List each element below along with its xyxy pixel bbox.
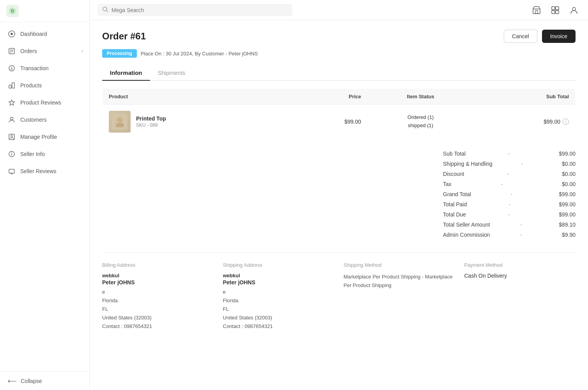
product-cell: Printed Top SKU - 089 — [103, 105, 289, 139]
sidebar-item-orders[interactable]: Orders › — [0, 43, 89, 60]
dashboard-icon — [8, 30, 16, 38]
status-cell: Ordered (1) shipped (1) — [367, 105, 474, 139]
shipping-line1: e — [223, 288, 335, 296]
topbar — [90, 0, 588, 20]
sidebar-item-label: Dashboard — [20, 31, 47, 37]
sidebar-item-label: Product Reviews — [20, 99, 61, 106]
sidebar-item-seller-info[interactable]: Seller Info — [0, 145, 89, 163]
customers-icon — [8, 116, 16, 124]
order-title: Order #61 — [102, 31, 146, 42]
totals-row-admin-commission: Admin Commission - $9.90 — [443, 230, 576, 240]
totals-row-grand: Grand Total - $99.00 — [443, 189, 576, 199]
tab-shipments[interactable]: Shipments — [150, 66, 193, 81]
shipping-line4: United States (32003) — [223, 314, 335, 322]
sidebar-item-dashboard[interactable]: Dashboard — [0, 25, 89, 43]
search-bar[interactable] — [97, 4, 292, 16]
store-icon[interactable] — [530, 4, 543, 16]
totals-row-shipping: Shipping & Handling - $0.00 — [443, 159, 576, 169]
svg-rect-19 — [9, 169, 14, 173]
content-area: Order #61 Cancel Invoice Processing Plac… — [90, 20, 588, 390]
status-line1: Ordered (1) — [374, 113, 468, 122]
collapse-button[interactable]: ⟵ Collapse — [0, 371, 89, 390]
seller-info-icon — [8, 150, 16, 158]
sidebar-item-manage-profile[interactable]: Manage Profile — [0, 128, 89, 145]
collapse-icon: ⟵ — [8, 377, 17, 385]
product-sku: SKU - 089 — [136, 122, 166, 128]
shipping-line3: FL — [223, 305, 335, 314]
svg-rect-23 — [535, 11, 538, 14]
shipping-method-text: Marketplace Per Product Shipping - Marke… — [344, 273, 455, 290]
totals-row-subtotal: Sub Total - $99.00 — [443, 149, 576, 159]
payment-method: Payment Method Cash On Delivery — [464, 262, 576, 331]
user-icon[interactable] — [568, 4, 580, 16]
sidebar-item-seller-reviews[interactable]: Seller Reviews — [0, 163, 89, 180]
marketplace-icon[interactable] — [549, 4, 561, 16]
subtotal-cell: $99.00 i — [474, 105, 575, 139]
billing-person: Peter jOHNS — [102, 279, 214, 285]
chevron-right-icon: › — [81, 48, 83, 54]
sidebar-item-customers[interactable]: Customers — [0, 111, 89, 128]
collapse-label: Collapse — [21, 378, 42, 384]
products-icon — [8, 82, 16, 89]
main-area: Order #61 Cancel Invoice Processing Plac… — [90, 0, 588, 390]
order-meta: Place On : 30 Jul 2024, By Customer - Pe… — [141, 51, 258, 57]
sidebar-item-transaction[interactable]: $ Transaction — [0, 60, 89, 77]
table-row: Printed Top SKU - 089 $99.00 Ordered (1)… — [103, 105, 576, 139]
svg-rect-24 — [552, 7, 555, 10]
status-bar: Processing Place On : 30 Jul 2024, By Cu… — [102, 49, 576, 58]
totals-row-paid: Total Paid - $99.00 — [443, 199, 576, 209]
svg-point-28 — [572, 7, 576, 11]
logo-icon: B — [6, 5, 19, 17]
totals-row-tax: Tax - $0.00 — [443, 179, 576, 189]
svg-point-15 — [11, 135, 13, 137]
col-item-status: Item Status — [367, 89, 474, 105]
col-product: Product — [103, 89, 289, 105]
sidebar-item-products[interactable]: Products — [0, 77, 89, 94]
svg-rect-11 — [12, 83, 14, 88]
transaction-icon: $ — [8, 64, 16, 72]
svg-point-13 — [11, 117, 13, 120]
logo-area: B — [0, 0, 89, 22]
product-name: Printed Top — [136, 115, 166, 122]
totals-row-seller-amount: Total Seller Amount - $89.10 — [443, 220, 576, 230]
shipping-line2: Florida — [223, 296, 335, 305]
address-section: Billing Address webkul Peter jOHNS e Flo… — [102, 252, 576, 331]
totals-section: Sub Total - $99.00 Shipping & Handling -… — [102, 149, 576, 240]
tab-information[interactable]: Information — [102, 66, 150, 81]
billing-line2: Florida — [102, 296, 214, 305]
invoice-button[interactable]: Invoice — [542, 30, 576, 43]
billing-line4: United States (32003) — [102, 314, 214, 322]
seller-reviews-icon — [8, 167, 16, 175]
info-icon[interactable]: i — [563, 119, 569, 125]
sidebar-item-label: Orders — [20, 48, 37, 54]
shipping-address: Shipping Address webkul Peter jOHNS e Fl… — [223, 262, 335, 331]
sidebar-item-label: Manage Profile — [20, 134, 57, 140]
status-badge: Processing — [102, 49, 137, 58]
shipping-company: webkul — [223, 273, 335, 278]
product-info: Printed Top SKU - 089 — [109, 111, 283, 133]
svg-text:B: B — [11, 9, 14, 13]
payment-method-title: Payment Method — [464, 262, 576, 268]
svg-line-21 — [106, 11, 108, 12]
orders-icon — [8, 47, 16, 55]
svg-text:$: $ — [11, 67, 12, 71]
topbar-icons — [530, 4, 580, 16]
sidebar-nav: Dashboard Orders › $ Tr — [0, 22, 89, 371]
svg-point-30 — [117, 117, 122, 123]
product-table: Product Price Item Status Sub Total — [102, 89, 576, 139]
product-details: Printed Top SKU - 089 — [136, 115, 166, 128]
status-line2: shipped (1) — [374, 122, 468, 130]
billing-address: Billing Address webkul Peter jOHNS e Flo… — [102, 262, 214, 331]
billing-contact: Contact : 0987654321 — [102, 322, 214, 331]
sidebar-item-product-reviews[interactable]: Product Reviews — [0, 94, 89, 111]
shipping-contact: Contact : 0987654321 — [223, 322, 335, 331]
totals-row-discount: Discount - $0.00 — [443, 169, 576, 179]
billing-title: Billing Address — [102, 262, 214, 268]
cancel-button[interactable]: Cancel — [504, 30, 537, 43]
tabs: Information Shipments — [102, 66, 576, 81]
search-input[interactable] — [112, 7, 288, 13]
col-sub-total: Sub Total — [474, 89, 575, 105]
svg-marker-12 — [9, 100, 14, 105]
billing-line3: FL — [102, 305, 214, 314]
svg-rect-22 — [533, 9, 540, 14]
